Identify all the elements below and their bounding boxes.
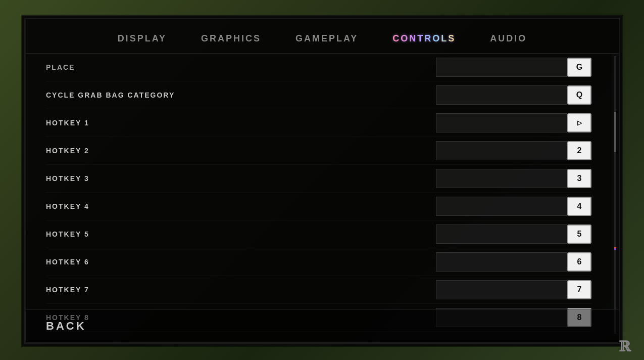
key-slot-hotkey6 xyxy=(436,252,567,272)
setting-controls-cycle-grab: Q xyxy=(436,85,591,105)
key-slot-hotkey5 xyxy=(436,224,567,244)
setting-controls-hotkey1: ▷ xyxy=(436,113,591,132)
tab-audio[interactable]: AUDIO xyxy=(488,29,529,48)
setting-name-cycle-grab: CYCLE GRAB BAG CATEGORY xyxy=(46,91,175,99)
setting-row-cycle-grab: CYCLE GRAB BAG CATEGORY Q xyxy=(46,81,591,109)
setting-controls-hotkey4: 4 xyxy=(436,197,591,216)
setting-controls-hotkey5: 5 xyxy=(436,224,591,244)
setting-name-hotkey1: HOTKEY 1 xyxy=(46,119,89,127)
setting-row-hotkey3: HOTKEY 3 3 xyxy=(46,165,591,193)
tab-bar: DISPLAY GRAPHICS GAMEPLAY CONTROLS AUDIO xyxy=(26,19,619,54)
setting-row-hotkey4: HOTKEY 4 4 xyxy=(46,193,591,220)
setting-controls-place: G xyxy=(436,58,591,77)
setting-name-hotkey3: HOTKEY 3 xyxy=(46,174,89,183)
key-box-place[interactable]: G xyxy=(567,58,591,77)
settings-window: DISPLAY GRAPHICS GAMEPLAY CONTROLS AUDIO… xyxy=(24,18,620,344)
setting-row-hotkey5: HOTKEY 5 5 xyxy=(46,220,591,248)
setting-name-hotkey4: HOTKEY 4 xyxy=(46,202,89,210)
logo: ℝ xyxy=(618,338,634,356)
key-slot-hotkey2 xyxy=(436,141,567,160)
scrollbar-glitch xyxy=(614,247,616,250)
scrollbar[interactable] xyxy=(612,54,619,336)
back-button[interactable]: BACK xyxy=(46,320,86,333)
key-slot-hotkey1 xyxy=(436,113,567,132)
tab-graphics[interactable]: GRAPHICS xyxy=(199,29,263,48)
key-box-cycle-grab[interactable]: Q xyxy=(567,85,591,105)
key-slot-cycle-grab xyxy=(436,85,567,105)
key-slot-place xyxy=(436,58,567,77)
setting-row-place: PLACE G xyxy=(46,54,591,81)
setting-name-place: PLACE xyxy=(46,63,75,71)
setting-row-hotkey1: HOTKEY 1 ▷ xyxy=(46,109,591,137)
setting-controls-hotkey2: 2 xyxy=(436,141,591,160)
setting-row-hotkey6: HOTKEY 6 6 xyxy=(46,248,591,276)
setting-row-hotkey7: HOTKEY 7 7 xyxy=(46,276,591,304)
setting-controls-hotkey6: 6 xyxy=(436,252,591,272)
setting-row-hotkey2: HOTKEY 2 2 xyxy=(46,137,591,165)
key-box-hotkey3[interactable]: 3 xyxy=(567,169,591,188)
bottom-bar: BACK xyxy=(26,309,619,342)
key-box-hotkey6[interactable]: 6 xyxy=(567,252,591,272)
key-box-hotkey2[interactable]: 2 xyxy=(567,141,591,160)
tab-gameplay[interactable]: GAMEPLAY xyxy=(293,29,360,48)
content-area: PLACE G CYCLE GRAB BAG CATEGORY Q HOTKEY… xyxy=(26,54,619,336)
key-box-hotkey7[interactable]: 7 xyxy=(567,280,591,299)
key-box-hotkey4[interactable]: 4 xyxy=(567,197,591,216)
tab-controls[interactable]: CONTROLS xyxy=(390,29,458,48)
setting-name-hotkey6: HOTKEY 6 xyxy=(46,258,89,266)
scrollbar-track xyxy=(614,56,616,334)
scrollbar-thumb xyxy=(614,112,616,152)
setting-name-hotkey5: HOTKEY 5 xyxy=(46,230,89,238)
key-slot-hotkey4 xyxy=(436,197,567,216)
key-slot-hotkey7 xyxy=(436,280,567,299)
setting-controls-hotkey7: 7 xyxy=(436,280,591,299)
tab-display[interactable]: DISPLAY xyxy=(116,29,169,48)
key-box-hotkey5[interactable]: 5 xyxy=(567,224,591,244)
setting-name-hotkey2: HOTKEY 2 xyxy=(46,147,89,155)
key-box-hotkey1[interactable]: ▷ xyxy=(567,113,591,132)
settings-list: PLACE G CYCLE GRAB BAG CATEGORY Q HOTKEY… xyxy=(26,54,612,336)
key-slot-hotkey3 xyxy=(436,169,567,188)
logo-icon: ℝ xyxy=(618,338,634,354)
setting-name-hotkey7: HOTKEY 7 xyxy=(46,286,89,294)
svg-text:ℝ: ℝ xyxy=(619,339,631,354)
setting-controls-hotkey3: 3 xyxy=(436,169,591,188)
